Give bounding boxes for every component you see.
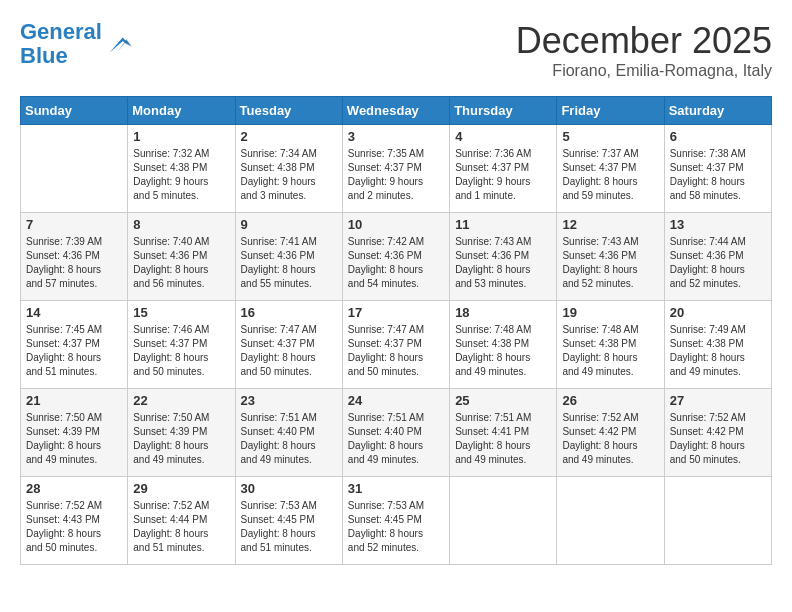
- location-title: Fiorano, Emilia-Romagna, Italy: [516, 62, 772, 80]
- day-cell: 23Sunrise: 7:51 AM Sunset: 4:40 PM Dayli…: [235, 389, 342, 477]
- day-cell: [450, 477, 557, 565]
- day-cell: 11Sunrise: 7:43 AM Sunset: 4:36 PM Dayli…: [450, 213, 557, 301]
- day-number: 31: [348, 481, 444, 496]
- day-info: Sunrise: 7:52 AM Sunset: 4:43 PM Dayligh…: [26, 499, 122, 555]
- day-number: 10: [348, 217, 444, 232]
- day-cell: 12Sunrise: 7:43 AM Sunset: 4:36 PM Dayli…: [557, 213, 664, 301]
- day-info: Sunrise: 7:48 AM Sunset: 4:38 PM Dayligh…: [455, 323, 551, 379]
- day-info: Sunrise: 7:53 AM Sunset: 4:45 PM Dayligh…: [348, 499, 444, 555]
- week-row-1: 1Sunrise: 7:32 AM Sunset: 4:38 PM Daylig…: [21, 125, 772, 213]
- header-day-sunday: Sunday: [21, 97, 128, 125]
- week-row-5: 28Sunrise: 7:52 AM Sunset: 4:43 PM Dayli…: [21, 477, 772, 565]
- day-number: 11: [455, 217, 551, 232]
- day-number: 30: [241, 481, 337, 496]
- day-cell: 14Sunrise: 7:45 AM Sunset: 4:37 PM Dayli…: [21, 301, 128, 389]
- day-number: 5: [562, 129, 658, 144]
- day-info: Sunrise: 7:51 AM Sunset: 4:40 PM Dayligh…: [241, 411, 337, 467]
- day-cell: 26Sunrise: 7:52 AM Sunset: 4:42 PM Dayli…: [557, 389, 664, 477]
- day-cell: 3Sunrise: 7:35 AM Sunset: 4:37 PM Daylig…: [342, 125, 449, 213]
- day-number: 20: [670, 305, 766, 320]
- day-cell: 27Sunrise: 7:52 AM Sunset: 4:42 PM Dayli…: [664, 389, 771, 477]
- day-info: Sunrise: 7:43 AM Sunset: 4:36 PM Dayligh…: [455, 235, 551, 291]
- day-cell: 20Sunrise: 7:49 AM Sunset: 4:38 PM Dayli…: [664, 301, 771, 389]
- day-number: 2: [241, 129, 337, 144]
- day-info: Sunrise: 7:40 AM Sunset: 4:36 PM Dayligh…: [133, 235, 229, 291]
- day-info: Sunrise: 7:32 AM Sunset: 4:38 PM Dayligh…: [133, 147, 229, 203]
- day-info: Sunrise: 7:52 AM Sunset: 4:42 PM Dayligh…: [562, 411, 658, 467]
- header-row: SundayMondayTuesdayWednesdayThursdayFrid…: [21, 97, 772, 125]
- day-cell: 18Sunrise: 7:48 AM Sunset: 4:38 PM Dayli…: [450, 301, 557, 389]
- week-row-4: 21Sunrise: 7:50 AM Sunset: 4:39 PM Dayli…: [21, 389, 772, 477]
- day-info: Sunrise: 7:43 AM Sunset: 4:36 PM Dayligh…: [562, 235, 658, 291]
- day-info: Sunrise: 7:49 AM Sunset: 4:38 PM Dayligh…: [670, 323, 766, 379]
- day-info: Sunrise: 7:37 AM Sunset: 4:37 PM Dayligh…: [562, 147, 658, 203]
- logo-icon: [104, 30, 132, 58]
- day-cell: 7Sunrise: 7:39 AM Sunset: 4:36 PM Daylig…: [21, 213, 128, 301]
- day-cell: 30Sunrise: 7:53 AM Sunset: 4:45 PM Dayli…: [235, 477, 342, 565]
- day-cell: 4Sunrise: 7:36 AM Sunset: 4:37 PM Daylig…: [450, 125, 557, 213]
- day-info: Sunrise: 7:51 AM Sunset: 4:40 PM Dayligh…: [348, 411, 444, 467]
- day-info: Sunrise: 7:38 AM Sunset: 4:37 PM Dayligh…: [670, 147, 766, 203]
- day-cell: 28Sunrise: 7:52 AM Sunset: 4:43 PM Dayli…: [21, 477, 128, 565]
- day-info: Sunrise: 7:35 AM Sunset: 4:37 PM Dayligh…: [348, 147, 444, 203]
- day-number: 4: [455, 129, 551, 144]
- header-day-wednesday: Wednesday: [342, 97, 449, 125]
- day-info: Sunrise: 7:47 AM Sunset: 4:37 PM Dayligh…: [348, 323, 444, 379]
- calendar-table: SundayMondayTuesdayWednesdayThursdayFrid…: [20, 96, 772, 565]
- day-info: Sunrise: 7:34 AM Sunset: 4:38 PM Dayligh…: [241, 147, 337, 203]
- day-info: Sunrise: 7:36 AM Sunset: 4:37 PM Dayligh…: [455, 147, 551, 203]
- day-cell: 31Sunrise: 7:53 AM Sunset: 4:45 PM Dayli…: [342, 477, 449, 565]
- day-number: 22: [133, 393, 229, 408]
- day-info: Sunrise: 7:46 AM Sunset: 4:37 PM Dayligh…: [133, 323, 229, 379]
- day-cell: 16Sunrise: 7:47 AM Sunset: 4:37 PM Dayli…: [235, 301, 342, 389]
- day-number: 17: [348, 305, 444, 320]
- week-row-3: 14Sunrise: 7:45 AM Sunset: 4:37 PM Dayli…: [21, 301, 772, 389]
- day-number: 9: [241, 217, 337, 232]
- day-number: 13: [670, 217, 766, 232]
- day-cell: [21, 125, 128, 213]
- week-row-2: 7Sunrise: 7:39 AM Sunset: 4:36 PM Daylig…: [21, 213, 772, 301]
- day-number: 21: [26, 393, 122, 408]
- header-day-tuesday: Tuesday: [235, 97, 342, 125]
- day-info: Sunrise: 7:42 AM Sunset: 4:36 PM Dayligh…: [348, 235, 444, 291]
- day-info: Sunrise: 7:51 AM Sunset: 4:41 PM Dayligh…: [455, 411, 551, 467]
- day-number: 18: [455, 305, 551, 320]
- header-day-thursday: Thursday: [450, 97, 557, 125]
- day-number: 28: [26, 481, 122, 496]
- day-number: 15: [133, 305, 229, 320]
- day-cell: 2Sunrise: 7:34 AM Sunset: 4:38 PM Daylig…: [235, 125, 342, 213]
- day-cell: 13Sunrise: 7:44 AM Sunset: 4:36 PM Dayli…: [664, 213, 771, 301]
- title-block: December 2025 Fiorano, Emilia-Romagna, I…: [516, 20, 772, 80]
- logo-text: GeneralBlue: [20, 20, 102, 68]
- day-info: Sunrise: 7:50 AM Sunset: 4:39 PM Dayligh…: [133, 411, 229, 467]
- day-number: 19: [562, 305, 658, 320]
- day-info: Sunrise: 7:50 AM Sunset: 4:39 PM Dayligh…: [26, 411, 122, 467]
- day-cell: 19Sunrise: 7:48 AM Sunset: 4:38 PM Dayli…: [557, 301, 664, 389]
- day-number: 29: [133, 481, 229, 496]
- day-cell: 21Sunrise: 7:50 AM Sunset: 4:39 PM Dayli…: [21, 389, 128, 477]
- day-info: Sunrise: 7:41 AM Sunset: 4:36 PM Dayligh…: [241, 235, 337, 291]
- day-number: 1: [133, 129, 229, 144]
- day-cell: [664, 477, 771, 565]
- day-number: 14: [26, 305, 122, 320]
- header-day-friday: Friday: [557, 97, 664, 125]
- day-number: 27: [670, 393, 766, 408]
- day-info: Sunrise: 7:44 AM Sunset: 4:36 PM Dayligh…: [670, 235, 766, 291]
- day-cell: 17Sunrise: 7:47 AM Sunset: 4:37 PM Dayli…: [342, 301, 449, 389]
- day-number: 23: [241, 393, 337, 408]
- day-cell: 9Sunrise: 7:41 AM Sunset: 4:36 PM Daylig…: [235, 213, 342, 301]
- day-cell: 8Sunrise: 7:40 AM Sunset: 4:36 PM Daylig…: [128, 213, 235, 301]
- day-number: 26: [562, 393, 658, 408]
- day-number: 7: [26, 217, 122, 232]
- day-info: Sunrise: 7:52 AM Sunset: 4:42 PM Dayligh…: [670, 411, 766, 467]
- day-number: 12: [562, 217, 658, 232]
- day-number: 25: [455, 393, 551, 408]
- header-day-monday: Monday: [128, 97, 235, 125]
- day-number: 8: [133, 217, 229, 232]
- page-header: GeneralBlue December 2025 Fiorano, Emili…: [20, 20, 772, 80]
- day-cell: 24Sunrise: 7:51 AM Sunset: 4:40 PM Dayli…: [342, 389, 449, 477]
- day-info: Sunrise: 7:45 AM Sunset: 4:37 PM Dayligh…: [26, 323, 122, 379]
- day-cell: 6Sunrise: 7:38 AM Sunset: 4:37 PM Daylig…: [664, 125, 771, 213]
- header-day-saturday: Saturday: [664, 97, 771, 125]
- month-title: December 2025: [516, 20, 772, 62]
